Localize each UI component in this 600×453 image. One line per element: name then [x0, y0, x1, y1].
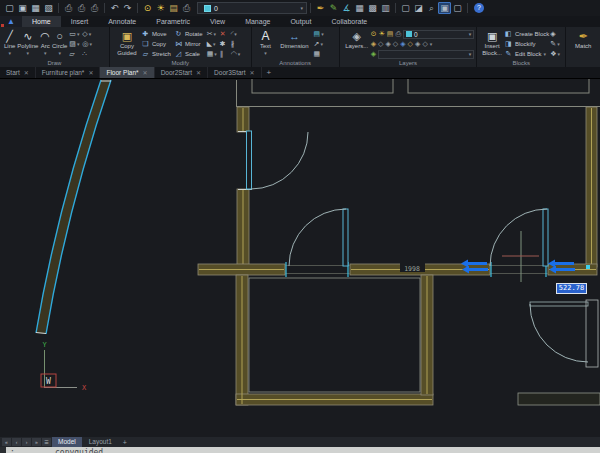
- create-block-button[interactable]: ◧Create Block: [504, 29, 549, 39]
- layer-sun-icon[interactable]: ☀: [379, 30, 385, 38]
- endpoint-grip[interactable]: [586, 265, 590, 269]
- previous-layout-button[interactable]: ‹: [12, 438, 21, 446]
- tab-parametric[interactable]: Parametric: [146, 16, 200, 27]
- table-button[interactable]: ▦: [313, 50, 329, 58]
- layer-state-icon[interactable]: ◈: [371, 50, 376, 58]
- point-button[interactable]: ∴: [81, 50, 94, 58]
- dynamic-input-field[interactable]: 522.78: [556, 283, 587, 294]
- layer-state-dropdown[interactable]: ▾: [378, 50, 474, 59]
- help-icon[interactable]: ?: [474, 3, 484, 13]
- grid-tool-icon[interactable]: ▩: [366, 3, 379, 13]
- model-tab[interactable]: Model: [52, 437, 82, 447]
- move-button[interactable]: ✚Move: [141, 29, 171, 39]
- trim-button[interactable]: ✂▾: [206, 30, 219, 38]
- close-icon[interactable]: ✕: [24, 69, 29, 76]
- door-middle[interactable]: [289, 209, 348, 266]
- first-layout-button[interactable]: «: [2, 438, 11, 446]
- edit-reference-button[interactable]: ✎▾: [549, 40, 563, 48]
- layer-plot-icon[interactable]: ⎙: [180, 3, 193, 13]
- insert-block-button[interactable]: ▣ Insert Block...: [480, 29, 504, 58]
- arc-button[interactable]: ◠ Arc ▾: [39, 29, 51, 57]
- command-line[interactable]: : copyguided: [0, 447, 600, 453]
- doc-tab-floor-plan[interactable]: Floor Plan* ✕: [100, 67, 154, 78]
- array-button[interactable]: ▦▾: [206, 50, 219, 58]
- doc-tab-door2start[interactable]: Door2Start ✕: [155, 67, 208, 78]
- layer-tool-lock-icon[interactable]: ◇: [393, 40, 398, 48]
- new-doc-tab-button[interactable]: +: [262, 67, 277, 78]
- layer-freeze-icon[interactable]: ☀: [154, 3, 167, 13]
- mirror-button[interactable]: ⋈Mirror: [174, 39, 203, 49]
- zoom-search-icon[interactable]: ⌕: [425, 3, 438, 13]
- screen-display-icon[interactable]: ▣: [438, 2, 451, 14]
- layer-stack-icon[interactable]: ▤: [387, 30, 394, 38]
- match-button[interactable]: ✒ Match: [569, 29, 597, 51]
- publish-icon[interactable]: ⎙: [88, 3, 101, 13]
- region-button[interactable]: ▱: [68, 50, 81, 58]
- leader-button[interactable]: ↗▾: [313, 40, 329, 48]
- dimension-button[interactable]: ↔ Dimension: [277, 29, 313, 51]
- tab-manage[interactable]: Manage: [235, 16, 280, 27]
- edit-block-button[interactable]: ✎Edit Block▾: [504, 49, 549, 59]
- chamfer-button[interactable]: ◣▾: [206, 40, 219, 48]
- scale-button[interactable]: ◿Scale: [174, 49, 203, 59]
- plot-preview-icon[interactable]: ⎙: [75, 3, 88, 13]
- layer-on-off-icon[interactable]: ⊙: [141, 3, 154, 13]
- match-properties-icon[interactable]: ✒: [314, 3, 327, 13]
- copy-button[interactable]: ❏Copy: [141, 39, 171, 49]
- layout1-tab[interactable]: Layout1: [83, 437, 118, 447]
- layer-tool-walk-icon[interactable]: ◈: [400, 40, 405, 48]
- window-bottom-right[interactable]: [518, 393, 600, 405]
- current-layer-dropdown[interactable]: 0 ▾: [197, 2, 307, 14]
- add-layout-button[interactable]: +: [119, 439, 131, 446]
- redo-icon[interactable]: ↷: [121, 3, 134, 13]
- layer-print-icon[interactable]: ⎙: [395, 30, 401, 38]
- app-logo[interactable]: ▲: [0, 16, 22, 27]
- dim-style-button[interactable]: ▤▾: [313, 30, 329, 38]
- layer-bulb-icon[interactable]: ⊙: [371, 30, 377, 38]
- save-icon[interactable]: ▦: [29, 3, 42, 13]
- tab-home[interactable]: Home: [22, 16, 61, 27]
- blockify-button[interactable]: ◨Blockify: [504, 39, 549, 49]
- plot-icon[interactable]: ⎙: [62, 3, 75, 13]
- door-top-left[interactable]: [247, 131, 309, 189]
- line-button[interactable]: ╱ Line ▾: [3, 29, 16, 57]
- ellipse-button[interactable]: ◎▾: [81, 40, 94, 48]
- component-button[interactable]: ◈: [549, 30, 563, 38]
- doc-tab-door3start[interactable]: Door3Start ✕: [208, 67, 261, 78]
- layer-lock-icon[interactable]: ▤: [167, 3, 180, 13]
- undo-icon[interactable]: ↶: [108, 3, 121, 13]
- layer-tool-previous-icon[interactable]: ◇: [422, 40, 427, 48]
- layers-button[interactable]: ◈ Layers...: [343, 29, 371, 51]
- tab-output[interactable]: Output: [280, 16, 321, 27]
- layer-tool-state-icon[interactable]: ◈: [415, 40, 420, 48]
- sweep-button[interactable]: ◠▾: [230, 50, 243, 58]
- doc-tab-start[interactable]: Start ✕: [0, 67, 36, 78]
- polyline-button[interactable]: ∿ Polyline ▾: [16, 29, 39, 57]
- next-layout-button[interactable]: ›: [22, 438, 31, 446]
- image-panel-icon[interactable]: ▢: [399, 3, 412, 13]
- erase-button[interactable]: ✕: [219, 30, 230, 38]
- polygon-button[interactable]: ◇▾: [81, 30, 94, 38]
- layer-tool-match-icon[interactable]: ◇: [408, 40, 413, 48]
- close-icon[interactable]: ✕: [88, 69, 93, 76]
- offset-button[interactable]: ∥: [219, 50, 230, 58]
- close-icon[interactable]: ✕: [250, 69, 255, 76]
- last-layout-button[interactable]: »: [32, 438, 41, 446]
- explode-button[interactable]: ✱: [219, 40, 230, 48]
- rotate-button[interactable]: ↻Rotate: [174, 29, 203, 39]
- dual-monitor-icon[interactable]: ▢: [451, 3, 464, 13]
- array-tool-icon[interactable]: ▦: [353, 3, 366, 13]
- copy-guided-button[interactable]: ▣ Copy Guided: [113, 29, 141, 58]
- fillet-button[interactable]: ◜▾: [230, 30, 243, 38]
- door-right[interactable]: [490, 209, 548, 266]
- tab-view[interactable]: View: [200, 16, 235, 27]
- rectangle-button[interactable]: ▭▾: [68, 30, 81, 38]
- tab-annotate[interactable]: Annotate: [98, 16, 146, 27]
- wipeout-icon[interactable]: ◪: [412, 3, 425, 13]
- close-icon[interactable]: ✕: [196, 69, 201, 76]
- break-button[interactable]: ∦: [230, 40, 243, 48]
- hatch-button[interactable]: ▨▾: [68, 40, 81, 48]
- doc-tab-furniture-plan[interactable]: Furniture plan* ✕: [36, 67, 101, 78]
- layer-tool-off-icon[interactable]: ◇: [378, 40, 383, 48]
- layer-select-dropdown[interactable]: 0 ▾: [403, 30, 474, 39]
